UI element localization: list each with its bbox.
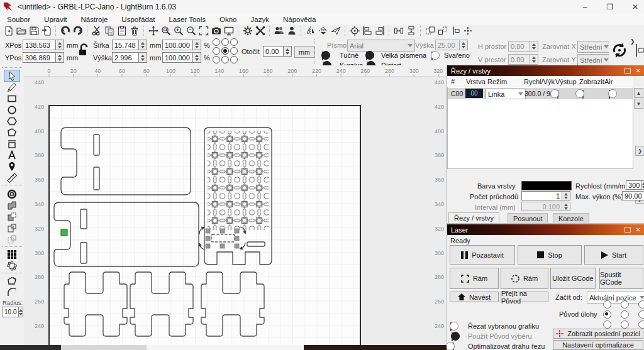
origin-br[interactable] [638, 320, 644, 329]
measure-tool[interactable] [4, 172, 19, 183]
vspace-field[interactable]: 0.00 [508, 54, 538, 65]
optimize-toggle[interactable] [453, 342, 454, 350]
restore-button[interactable]: ❐ [601, 1, 619, 13]
height-percent-field[interactable]: 100.000 [162, 52, 201, 63]
passes-field[interactable]: 1 [521, 191, 570, 200]
multi-user-icon[interactable] [273, 25, 286, 37]
font-size-field[interactable]: 25.00 [435, 40, 468, 50]
save-button[interactable] [28, 25, 40, 37]
layer-down-button[interactable]: ▼ [634, 99, 643, 109]
boolean-intersect-tool[interactable] [4, 222, 19, 233]
align-left-icon[interactable] [361, 25, 374, 37]
position-laser-tool[interactable] [4, 161, 19, 172]
radius-field[interactable]: 10.0 [2, 307, 23, 317]
distribute-vertical-icon[interactable] [405, 25, 418, 37]
layer-show-toggle[interactable] [582, 90, 584, 99]
panel-expand-button-1[interactable]: ❯ [635, 146, 644, 156]
device-settings-icon[interactable] [254, 25, 267, 37]
open-file-button[interactable] [15, 25, 28, 37]
dock-slider-icon[interactable] [449, 25, 462, 37]
delete-icon[interactable] [128, 25, 141, 37]
origin-tr[interactable] [638, 300, 644, 309]
edit-text-frame-tool[interactable] [4, 138, 19, 149]
edit-nodes-tool[interactable] [4, 127, 19, 138]
laser-float-icon[interactable] [625, 227, 631, 232]
origin-target-icon[interactable] [348, 25, 361, 37]
run-gcode-button[interactable]: Spustit GCode [599, 268, 643, 289]
font-combo[interactable]: Arial [347, 40, 415, 52]
menu-nastroje[interactable]: Nástroje [74, 15, 115, 24]
goto-origin-button[interactable]: Přejít na Původ [501, 292, 548, 302]
start-button[interactable]: Start [584, 245, 643, 265]
hspace-field[interactable]: 0.00 [508, 41, 538, 52]
rotate-field[interactable]: 0,00 [263, 46, 292, 57]
minimize-button[interactable]: – [575, 1, 594, 13]
distribute-horizontal-icon[interactable] [392, 25, 405, 37]
mirror-vertical-icon[interactable] [317, 25, 330, 37]
polygon-tool[interactable] [4, 116, 19, 126]
layer-row[interactable]: C00 00 Linka 300.0 / 90.0 [448, 88, 633, 99]
speed-field[interactable]: 300 [626, 180, 643, 190]
width-field[interactable]: 15.748 [112, 40, 147, 50]
cut-icon[interactable] [91, 25, 103, 37]
layer-color-swatch[interactable] [521, 181, 572, 190]
frame-rect-button[interactable]: Rám [450, 268, 499, 289]
menu-upravit[interactable]: Upravit [37, 15, 74, 24]
monitor-icon[interactable] [223, 25, 235, 37]
radius-corner-tool[interactable] [4, 287, 19, 297]
move-crosshair-icon[interactable] [462, 25, 474, 37]
pause-button[interactable]: Pozastavit [450, 245, 515, 265]
slider-dock-icon[interactable] [634, 43, 644, 58]
ypos-field[interactable]: 306.869 [23, 52, 64, 63]
offset-shapes-tool[interactable] [4, 189, 19, 199]
layer-color-chip[interactable]: 00 [465, 89, 483, 98]
job-origin-marker[interactable] [61, 229, 67, 236]
close-panel-icon[interactable]: ✕ [636, 67, 641, 74]
xpos-field[interactable]: 138.563 [23, 40, 64, 50]
interval-field[interactable]: 0.100 [521, 202, 570, 211]
start-from-combo[interactable]: Aktuální pozice [587, 292, 644, 304]
redo-icon[interactable] [72, 25, 84, 37]
layer-mode-combo[interactable]: Linka [486, 89, 526, 99]
menu-napoveda[interactable]: Nápověda [276, 15, 323, 24]
width-percent-field[interactable]: 100.000 [162, 40, 201, 50]
laser-close-icon[interactable]: ✕ [636, 226, 641, 233]
zoom-in-icon[interactable] [172, 25, 185, 37]
sync-icon[interactable] [610, 41, 629, 61]
undo-icon[interactable] [59, 25, 72, 37]
ellipse-tool[interactable] [4, 104, 19, 115]
power-field[interactable]: 90,00 [622, 191, 643, 200]
origin-tl[interactable] [603, 300, 611, 309]
origin-bl[interactable] [603, 320, 611, 329]
menu-okno[interactable]: Okno [213, 15, 244, 24]
tab-move[interactable]: Posunout [508, 213, 548, 223]
send-to-laser-icon[interactable] [330, 25, 342, 37]
import-button[interactable] [40, 25, 53, 37]
origin-ml[interactable] [603, 310, 611, 319]
menu-soubor[interactable]: Soubor [0, 15, 37, 24]
menu-laser-tools[interactable]: Laser Tools [162, 15, 213, 24]
align-right-icon[interactable] [374, 25, 386, 37]
uppercase-toggle[interactable] [366, 52, 367, 60]
aligny-combo[interactable]: Střední [577, 54, 611, 66]
layer-up-button[interactable]: ▲ [634, 88, 643, 98]
settings-gear-icon[interactable] [242, 25, 254, 37]
save-gcode-button[interactable]: Uložit GCode [550, 268, 596, 289]
zoom-page-icon[interactable] [160, 25, 172, 37]
use-selection-origin-toggle[interactable] [452, 332, 453, 341]
weld-toggle[interactable] [431, 52, 433, 60]
warp-tool[interactable] [4, 275, 19, 286]
zoom-out-icon[interactable] [185, 25, 197, 37]
menu-jazyk[interactable]: Jazyk [244, 15, 276, 24]
boolean-subtract-tool[interactable] [4, 211, 19, 222]
boolean-difference-tool[interactable] [4, 234, 19, 244]
rectangle-tool[interactable] [4, 93, 19, 104]
boolean-union-tool[interactable] [4, 200, 19, 211]
pan-icon[interactable] [147, 25, 160, 37]
layer-output-toggle[interactable] [557, 90, 558, 99]
draw-lines-tool[interactable] [4, 82, 19, 92]
alignx-combo[interactable]: Střední [577, 41, 611, 53]
copy-icon[interactable] [103, 25, 116, 37]
optimization-settings-button[interactable]: Nastavení optimalizace [553, 340, 643, 350]
cuts-panel-titlebar[interactable]: Řezy / vrstvy ✕ [447, 65, 644, 76]
